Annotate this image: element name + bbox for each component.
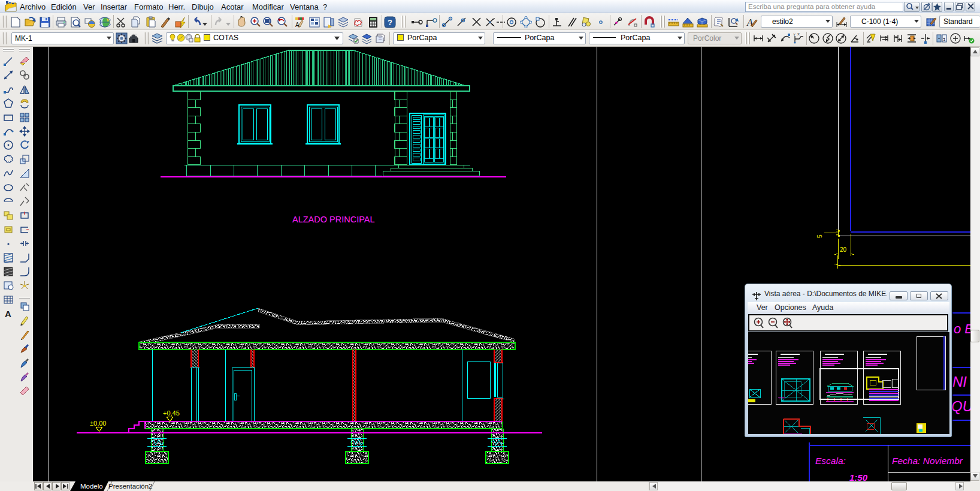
svg-text:ALZADO PRINCIPAL: ALZADO PRINCIPAL: [292, 215, 375, 224]
svg-text:o B: o B: [954, 321, 970, 336]
svg-text:Presentación2: Presentación2: [108, 483, 153, 490]
svg-text:1: 1: [943, 37, 946, 42]
svg-text:Modelo: Modelo: [80, 483, 103, 490]
svg-text:5: 5: [816, 234, 823, 238]
svg-text:A: A: [295, 22, 300, 28]
svg-text:+0,45: +0,45: [163, 409, 180, 417]
svg-text:Fecha: Noviembr: Fecha: Noviembr: [892, 456, 963, 466]
svg-text:NI: NI: [952, 373, 967, 390]
svg-text:?: ?: [388, 18, 392, 27]
svg-text:Y: Y: [793, 33, 796, 37]
svg-text:A: A: [5, 309, 11, 319]
svg-text:±0,00: ±0,00: [90, 420, 106, 427]
svg-text:QU: QU: [951, 398, 970, 414]
svg-text:20: 20: [840, 246, 847, 253]
svg-text:1:50: 1:50: [849, 472, 868, 481]
svg-text:X: X: [797, 32, 800, 36]
svg-text:Escala:: Escala:: [815, 456, 846, 466]
